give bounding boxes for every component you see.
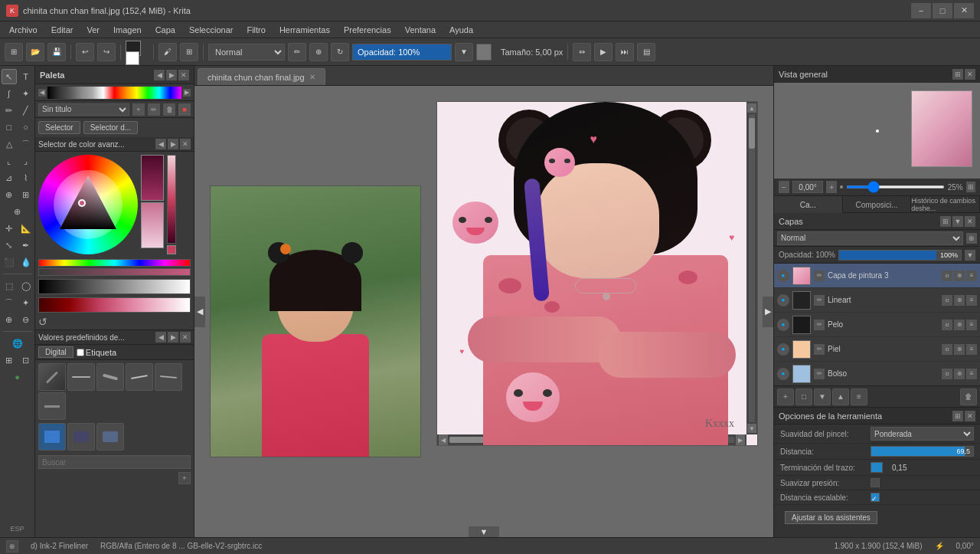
maximize-button[interactable]: □ — [933, 3, 952, 18]
misc-btn3[interactable]: ● — [10, 369, 25, 385]
canvas-scroll-right[interactable]: ▶ — [763, 297, 773, 327]
bp-next[interactable]: ▶ — [168, 332, 178, 343]
color-wheel-container[interactable] — [38, 155, 138, 254]
preset-right[interactable]: ▶ — [183, 89, 191, 97]
polygon-tool[interactable]: △ — [2, 136, 17, 152]
color-preview[interactable] — [476, 44, 492, 61]
bp-close[interactable]: ✕ — [180, 332, 191, 343]
grid-btn[interactable]: ⊞ — [180, 43, 198, 61]
color-cursor[interactable] — [78, 199, 86, 207]
layers-filter-btn[interactable]: ▼ — [952, 216, 963, 227]
anim-btn[interactable]: ⏭ — [616, 43, 634, 61]
sel-add[interactable]: ⊕ — [2, 312, 17, 327]
smoothness-select[interactable]: Ponderada — [871, 427, 974, 441]
freehand-tool[interactable]: ∫ — [2, 86, 17, 101]
eraser-btn[interactable]: ⊕ — [309, 43, 328, 61]
palette-add-btn[interactable]: + — [132, 103, 145, 116]
overview-expand[interactable]: ⊞ — [952, 69, 963, 80]
sel-rect[interactable]: ⬚ — [2, 278, 17, 293]
sel-ellipse[interactable]: ◯ — [18, 278, 34, 293]
layer-item-2[interactable]: ● ✏ Pelo α ⊕ ≡ — [774, 313, 980, 337]
text-tool[interactable]: T — [18, 69, 34, 84]
layer-act-2-3[interactable]: ≡ — [966, 320, 977, 330]
brush-preset-8[interactable] — [67, 423, 95, 451]
brush-icon[interactable]: ✏ — [288, 43, 306, 61]
layer-item-0[interactable]: ● ✏ Capa de pintura 3 α ⊕ ≡ — [774, 264, 980, 288]
circle-tool[interactable]: ○ — [18, 120, 34, 135]
scroll-thumb-v[interactable] — [749, 118, 755, 149]
current-color-small[interactable] — [167, 245, 176, 254]
scroll-right-btn[interactable]: ▶ — [736, 434, 745, 445]
palette-next[interactable]: ▶ — [166, 70, 177, 80]
hue-bar[interactable] — [38, 259, 191, 267]
menu-filtro[interactable]: Filtro — [240, 24, 271, 36]
star-tool[interactable]: ✦ — [18, 86, 34, 101]
minimize-button[interactable]: − — [911, 3, 931, 18]
palette-prev[interactable]: ◀ — [154, 70, 165, 80]
new-button[interactable]: ⊞ — [5, 43, 23, 61]
layer-act-3-2[interactable]: ⊕ — [954, 344, 965, 355]
layers-opacity-bar[interactable]: 100% — [838, 250, 962, 261]
palette-close[interactable]: ✕ — [178, 70, 189, 80]
smooth-pressure-check[interactable] — [871, 478, 880, 487]
menu-editar[interactable]: Editar — [45, 24, 80, 36]
frame-btn[interactable]: ▤ — [637, 43, 655, 61]
delete-layer-btn[interactable]: 🗑 — [960, 388, 977, 405]
undo-button[interactable]: ↩ — [76, 43, 94, 61]
menu-archivo[interactable]: Archivo — [3, 24, 44, 36]
menu-preferencias[interactable]: Preferencias — [338, 24, 397, 36]
brush-tool-btn[interactable]: 🖌 — [158, 43, 177, 61]
menu-imagen[interactable]: Imagen — [107, 24, 148, 36]
move-down-btn[interactable]: ▼ — [814, 388, 831, 405]
canvas-tab-main[interactable]: chinita chun chan final.jpg ✕ — [198, 68, 325, 85]
assist-button[interactable]: Ajustar a los asistentes — [785, 511, 877, 524]
brush-freehand[interactable]: ✏ — [2, 103, 17, 118]
brush-preset-1[interactable] — [38, 363, 66, 391]
palette-delete-btn[interactable]: 🗑 — [163, 103, 175, 116]
brush-preset-6[interactable] — [38, 392, 66, 420]
distance-bar[interactable]: 69,5 — [871, 446, 974, 457]
layer-item-1[interactable]: ● ✏ Lineart α ⊕ ≡ — [774, 288, 980, 313]
warp-tool[interactable]: ⌇ — [18, 170, 34, 185]
window-controls[interactable]: − □ ✕ — [911, 3, 974, 18]
statusbar-btn[interactable]: ⊕ — [6, 540, 18, 552]
open-button[interactable]: 📂 — [26, 43, 44, 61]
search-append-btn[interactable]: + — [178, 472, 191, 484]
layers-close-btn[interactable]: ✕ — [965, 216, 975, 227]
brush-preset-3[interactable] — [96, 363, 124, 391]
misc-btn2[interactable]: ⊡ — [18, 352, 34, 368]
layer-act-4-3[interactable]: ≡ — [966, 369, 977, 379]
sel-lasso[interactable]: ⌒ — [2, 295, 17, 310]
move-up-btn[interactable]: ▲ — [832, 388, 849, 405]
search-input[interactable] — [38, 455, 191, 469]
line-tool[interactable]: ╱ — [18, 103, 34, 118]
zoom-reset-btn[interactable]: ⊞ — [966, 182, 975, 192]
layer-properties-btn[interactable]: ≡ — [851, 388, 867, 405]
tab-digital[interactable]: Digital — [38, 346, 74, 358]
node-tool[interactable]: ⌟ — [18, 153, 34, 169]
scalable-dist-check[interactable]: ✓ — [871, 493, 880, 502]
layer-item-4[interactable]: ● ✏ Bolso α ⊕ ≡ — [774, 362, 980, 385]
mirror-h-btn[interactable]: ⇔ — [573, 43, 591, 61]
layer-act-1-1[interactable]: α — [942, 295, 952, 306]
layer-act-2-1[interactable]: α — [942, 320, 952, 330]
add-group-btn[interactable]: □ — [795, 388, 812, 405]
scroll-track-v[interactable] — [749, 114, 755, 422]
layer-act-1-2[interactable]: ⊕ — [954, 295, 965, 306]
menu-ayuda[interactable]: Ayuda — [443, 24, 479, 36]
reset-color-btn[interactable]: ↺ — [38, 316, 47, 328]
zoom-in-btn[interactable]: + — [826, 181, 837, 193]
cs-prev[interactable]: ◀ — [155, 139, 166, 149]
pink-gradient-bar[interactable] — [167, 155, 176, 244]
refresh-btn[interactable]: ↻ — [331, 43, 349, 61]
crop-tool[interactable]: ⊞ — [18, 187, 34, 202]
brush-preset-5[interactable] — [155, 363, 182, 391]
to-close[interactable]: ✕ — [965, 411, 975, 421]
scroll-up-btn[interactable]: ▲ — [747, 103, 756, 113]
selector-button-1[interactable]: Selector — [38, 121, 80, 134]
opacity-bar[interactable]: Opacidad: 100% — [352, 44, 452, 61]
move-tool[interactable]: ✛ — [2, 221, 17, 236]
menu-ver[interactable]: Ver — [80, 24, 106, 36]
rect-tool[interactable]: □ — [2, 120, 17, 135]
menu-herramientas[interactable]: Herramientas — [273, 24, 336, 36]
